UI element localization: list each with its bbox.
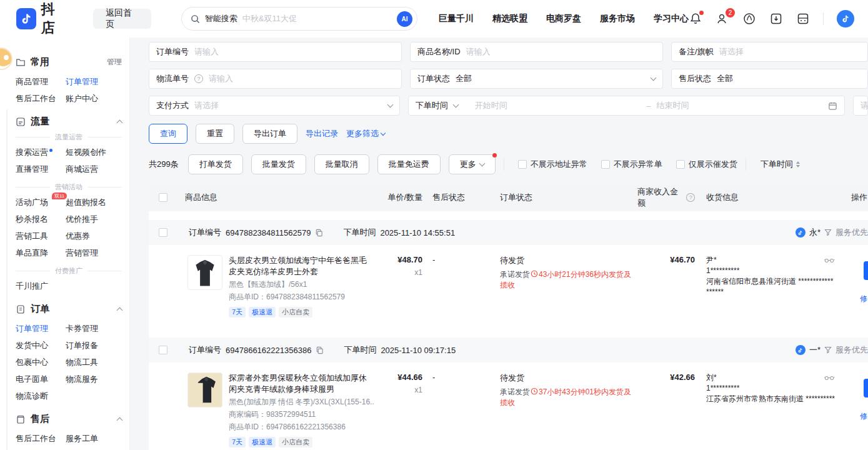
sidebar-item-coupons[interactable]: 优惠券 <box>66 228 116 244</box>
sidebar-item-consumer-rights[interactable]: 消费者权益 <box>16 447 66 450</box>
remark-flag-select[interactable]: 备注/旗帜请选择 <box>671 42 868 62</box>
workbench-icon[interactable] <box>796 12 810 26</box>
sidebar-item-single-discount[interactable]: 单品直降 <box>16 244 66 261</box>
ship-button-clipped[interactable] <box>864 261 868 280</box>
info-icon[interactable]: ? <box>686 193 695 202</box>
row-checkbox[interactable] <box>159 228 167 237</box>
divider-traffic-ops: 流量运营 <box>55 132 82 142</box>
payment-method-select[interactable]: 支付方式请选择 <box>149 96 400 116</box>
more-filters-link[interactable]: 更多筛选 <box>346 128 385 139</box>
sidebar-item-live-manage[interactable]: 直播管理 <box>16 161 66 178</box>
sidebar-item-ship-center[interactable]: 发货中心 <box>16 337 66 354</box>
nav-jingxuan[interactable]: 精选联盟 <box>492 13 527 24</box>
download-center-icon[interactable] <box>769 12 783 26</box>
back-home-button[interactable]: 返回首页 <box>93 9 151 29</box>
print-ship-button[interactable]: 打单发货 <box>188 154 243 174</box>
sidebar-item-order-manage-2[interactable]: 订单管理 <box>16 320 66 337</box>
ship-button-clipped[interactable] <box>864 379 868 398</box>
divider-paid-promo: 付费推广 <box>55 266 82 276</box>
sidebar-item-super-value[interactable]: 超值购报名 <box>66 194 116 211</box>
more-actions-button[interactable]: 更多 <box>449 154 496 174</box>
sidebar-item-small-payment[interactable]: 小额打款 <box>66 447 116 450</box>
sidebar-item-mall-ops[interactable]: 商城运营 <box>66 161 116 178</box>
hide-abnormal-order-checkbox[interactable]: 不展示异常单 <box>601 159 662 170</box>
sidebar-item-marketing-manage[interactable]: 营销管理 <box>66 244 116 261</box>
order-no-input[interactable]: 订单编号请输入 <box>149 42 402 62</box>
copy-icon[interactable] <box>315 229 323 237</box>
quantity: x1 <box>374 268 422 277</box>
sidebar-item-aftersale-workbench-2[interactable]: 售后工作台 <box>16 430 66 447</box>
account-avatar[interactable] <box>837 10 854 28</box>
modify-address-link[interactable]: 修 <box>860 294 867 304</box>
manage-link[interactable]: 管理 <box>107 57 122 68</box>
sidebar-item-package-center[interactable]: 包裹中心 <box>16 354 66 371</box>
sidebar-item-logistics-tools[interactable]: 物流工具 <box>66 354 116 371</box>
nav-qianchuan[interactable]: 巨量千川 <box>439 13 474 24</box>
product-image[interactable] <box>187 372 222 408</box>
batch-ship-button[interactable]: 批量发货 <box>251 154 306 174</box>
sidebar-item-price-promoter[interactable]: 优价推手 <box>66 211 116 228</box>
product-title[interactable]: 探雳者外套男保暖秋冬立领加绒加厚休闲夹克青年绒款修身棒球服男 <box>229 372 374 395</box>
app-logo[interactable]: 抖店 <box>16 0 68 38</box>
product-name-input[interactable]: 商品名称/ID请输入 <box>410 42 663 62</box>
divider <box>823 12 824 25</box>
smart-search-input[interactable]: 智能搜索 中秋&双11大促 AI <box>181 7 417 31</box>
help-icon: ? <box>194 74 203 83</box>
select-all-checkbox[interactable] <box>159 193 167 202</box>
batch-cancel-button[interactable]: 批量取消 <box>314 154 369 174</box>
modify-address-link[interactable]: 修 <box>860 411 867 422</box>
reset-button[interactable]: 重置 <box>196 124 234 144</box>
collapse-chevron-icon[interactable] <box>117 118 122 125</box>
chevron-down-icon <box>387 102 393 108</box>
sidebar-item-e-waybill[interactable]: 电子面单 <box>16 371 66 388</box>
sidebar-item-flash-sale[interactable]: 秒杀报名 <box>16 211 66 228</box>
customer-service-icon[interactable] <box>742 12 756 26</box>
row-checkbox[interactable] <box>159 346 167 354</box>
only-urged-checkbox[interactable]: 仅展示催发货 <box>676 159 737 170</box>
order-number: 6947882384811562579 <box>226 228 311 238</box>
privacy-view-icon[interactable] <box>824 375 835 381</box>
export-orders-button[interactable]: 导出订单 <box>242 124 297 144</box>
search-placeholder: 中秋&双11大促 <box>242 13 392 24</box>
batch-free-shipping-button[interactable]: 批量免运费 <box>377 154 441 174</box>
sidebar-item-account-center[interactable]: 账户中心 <box>66 90 116 107</box>
notification-bell-icon[interactable] <box>689 12 702 26</box>
query-button[interactable]: 查询 <box>149 124 187 144</box>
sidebar-item-order-report[interactable]: 订单报备 <box>66 337 116 354</box>
sidebar-item-logistics-service[interactable]: 物流服务 <box>66 371 116 388</box>
total-count: 共299条 <box>149 159 179 170</box>
order-time-sorter[interactable]: 下单时间 <box>761 159 800 170</box>
export-records-link[interactable]: 导出记录 <box>306 128 338 139</box>
hide-address-abnormal-checkbox[interactable]: 不展示地址异常 <box>518 159 587 170</box>
sidebar-item-product-manage[interactable]: 商品管理 <box>16 73 66 90</box>
nav-luopan[interactable]: 电商罗盘 <box>546 13 581 24</box>
product-title[interactable]: 头层皮衣男立领加绒海宁中年爸爸黑毛皮夹克仿绵羊皮男士外套 <box>229 255 374 278</box>
sidebar-item-qianchuan-promo[interactable]: 千川推广 <box>16 278 66 294</box>
order-time-range-picker[interactable]: 下单时间 开始时间 – 结束时间 <box>408 96 845 116</box>
copy-icon[interactable] <box>316 346 324 354</box>
flag-filter-icon[interactable] <box>824 229 832 236</box>
order-table: 商品信息 单价/数量 售后状态 订单状态 商家收入金额? 收货信息 操作 订单编… <box>149 184 868 450</box>
nav-service-market[interactable]: 服务市场 <box>600 13 635 24</box>
sidebar-item-card-coupon[interactable]: 卡券管理 <box>66 320 116 337</box>
nav-learning[interactable]: 学习中心 <box>654 13 689 24</box>
contacts-icon[interactable]: 2 <box>716 12 729 26</box>
privacy-view-icon[interactable] <box>824 258 835 263</box>
sidebar-item-logistics-diagnosis[interactable]: 物流诊断 <box>16 388 66 404</box>
sidebar-item-activity-plaza[interactable]: 活动广场双11 <box>16 194 66 211</box>
sidebar-item-service-ticket[interactable]: 服务工单 <box>66 430 116 447</box>
product-image[interactable] <box>187 255 222 290</box>
ai-search-button[interactable]: AI <box>397 11 412 27</box>
sidebar-item-short-video[interactable]: 短视频创作 <box>66 144 116 161</box>
aftersale-status-select[interactable]: 售后状态全部 <box>671 69 868 89</box>
tracking-no-input[interactable]: 物流单号 ? 请输入 <box>149 69 402 89</box>
sidebar-item-order-manage[interactable]: 订单管理 <box>66 73 116 90</box>
collapse-chevron-icon[interactable] <box>117 306 122 312</box>
order-status-select[interactable]: 订单状态全部 <box>410 69 663 89</box>
collapse-chevron-icon[interactable] <box>117 416 122 422</box>
sidebar-item-search-ops[interactable]: 搜索运营 <box>16 144 66 161</box>
sidebar-item-marketing-tools[interactable]: 营销工具 <box>16 228 66 244</box>
sidebar-item-aftersale-workbench[interactable]: 售后工作台 <box>16 90 66 107</box>
edge-filter-select[interactable]: 请选择 <box>853 96 868 116</box>
flag-filter-icon[interactable] <box>824 346 832 354</box>
